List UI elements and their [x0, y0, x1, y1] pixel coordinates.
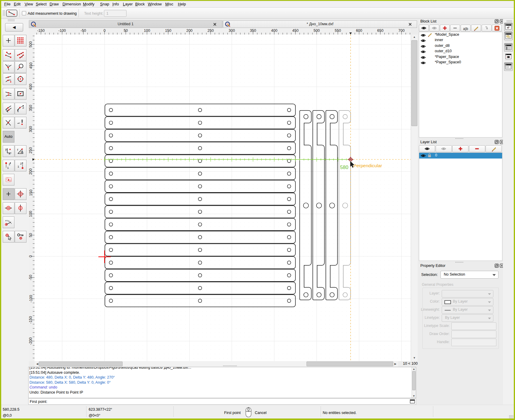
- svg-text:400: 400: [271, 29, 277, 33]
- svg-text:150: 150: [165, 29, 171, 33]
- svg-text:1: 1: [7, 166, 9, 169]
- svg-text:0: 0: [29, 255, 33, 257]
- svg-text:1: 1: [17, 109, 19, 112]
- svg-text:350: 350: [29, 105, 33, 111]
- svg-text:250: 250: [29, 147, 33, 153]
- svg-text:450: 450: [292, 29, 299, 33]
- svg-text:2: 2: [23, 106, 24, 109]
- svg-text:580: 580: [340, 165, 349, 170]
- svg-text:-50: -50: [81, 29, 86, 33]
- svg-text:50: 50: [29, 233, 33, 237]
- svg-text:2: 2: [20, 162, 22, 165]
- svg-text:Perpendicular: Perpendicular: [353, 163, 382, 168]
- svg-text:2: 2: [9, 162, 10, 166]
- svg-text:500: 500: [313, 29, 320, 33]
- svg-text:700: 700: [398, 29, 405, 33]
- svg-text:500: 500: [29, 41, 33, 47]
- svg-text:300: 300: [29, 126, 33, 132]
- svg-text:100: 100: [144, 29, 150, 33]
- svg-text:350: 350: [250, 29, 256, 33]
- svg-text:50: 50: [124, 29, 128, 33]
- svg-text:y: y: [5, 147, 7, 151]
- svg-text:-150: -150: [29, 316, 33, 324]
- svg-text:0: 0: [104, 29, 106, 33]
- svg-text:r: r: [17, 148, 18, 151]
- svg-text:150: 150: [29, 190, 33, 196]
- svg-text:1: 1: [17, 165, 19, 168]
- svg-text:a: a: [21, 150, 23, 154]
- svg-text:200: 200: [186, 29, 193, 33]
- svg-text:550: 550: [335, 29, 341, 33]
- svg-text:200: 200: [29, 168, 33, 175]
- svg-text:250: 250: [208, 29, 214, 33]
- svg-text:-200: -200: [29, 337, 33, 345]
- svg-text:600: 600: [356, 29, 362, 33]
- svg-text:-100: -100: [29, 295, 33, 302]
- svg-text:650: 650: [377, 29, 383, 33]
- svg-text:-50: -50: [29, 275, 33, 280]
- svg-text:x: x: [9, 152, 11, 155]
- svg-text:400: 400: [29, 84, 33, 90]
- svg-text:450: 450: [29, 62, 33, 69]
- svg-text:-100: -100: [58, 29, 66, 33]
- svg-text:300: 300: [229, 29, 235, 33]
- svg-text:100: 100: [29, 211, 33, 217]
- svg-text:-150: -150: [37, 29, 45, 33]
